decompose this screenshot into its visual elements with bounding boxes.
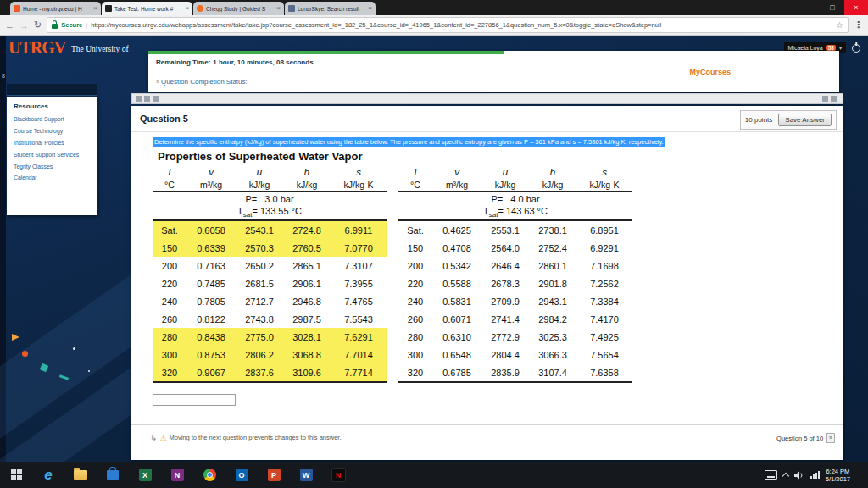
- table-cell: 320: [398, 363, 432, 382]
- table-cell: 2752.4: [529, 239, 576, 257]
- refresh-icon[interactable]: ↻: [34, 19, 42, 30]
- table-cell: 2772.9: [481, 328, 529, 346]
- window-close-button[interactable]: ×: [844, 0, 868, 15]
- table-cell: 7.4170: [576, 310, 632, 328]
- table-cell: 0.5831: [432, 292, 481, 310]
- notification-badge: 58: [826, 45, 836, 51]
- toolbar-button[interactable]: [153, 96, 159, 102]
- table-row: Sat.0.46252553.12738.16.8951: [398, 220, 632, 239]
- clock-date: 5/1/2017: [826, 475, 850, 483]
- tray-chevron-icon[interactable]: [782, 472, 789, 479]
- windows-logo-icon: [11, 469, 22, 480]
- toolbar-button[interactable]: [136, 96, 142, 102]
- table-cell: 2806.2: [236, 346, 283, 363]
- table-cell: 7.3384: [576, 292, 632, 310]
- next-question-button[interactable]: »: [826, 433, 835, 443]
- store-button[interactable]: [97, 462, 129, 488]
- table-cell: 7.2562: [576, 274, 632, 292]
- col-T: T: [398, 165, 432, 178]
- powerpoint-button[interactable]: P: [258, 462, 290, 488]
- edge-button[interactable]: e: [32, 462, 64, 488]
- file-explorer-button[interactable]: [64, 462, 97, 488]
- sidebar-item-student-support-services[interactable]: Student Support Services: [7, 148, 97, 160]
- table-cell: 3109.6: [283, 363, 331, 382]
- table-cell: 0.5588: [432, 274, 481, 292]
- bookmark-star-icon[interactable]: ☆: [836, 20, 843, 30]
- tab-close-icon[interactable]: ×: [276, 5, 281, 12]
- tsat-label: Tsat= 133.55 °C: [153, 205, 387, 220]
- tab-close-icon[interactable]: ×: [185, 5, 189, 12]
- back-icon[interactable]: ←: [5, 20, 14, 30]
- window-maximize-button[interactable]: □: [821, 0, 844, 15]
- browser-tab-lunarskye[interactable]: LunarSkye: Search result ×: [285, 2, 376, 15]
- system-tray: 6:24 PM 5/1/2017: [765, 462, 868, 488]
- start-button[interactable]: [0, 462, 32, 488]
- table-cell: 0.8753: [186, 346, 236, 363]
- table-cell: 0.9067: [186, 363, 236, 382]
- toolbar-button[interactable]: [144, 96, 150, 102]
- table-row: 3200.67852835.93107.47.6358: [398, 363, 632, 382]
- table-cell: 220: [153, 274, 186, 292]
- table-cell: 2860.1: [529, 257, 576, 274]
- browser-tab-take-test[interactable]: Take Test: Home work # ×: [102, 2, 192, 15]
- url-input[interactable]: Secure | https://mycourses.utrgv.edu/web…: [47, 17, 849, 33]
- netflix-button[interactable]: N: [322, 462, 354, 488]
- mycourses-link[interactable]: MyCourses: [689, 68, 731, 76]
- table-cell: 7.0770: [331, 239, 387, 257]
- sidebar-item-institutional-policies[interactable]: Institutional Policies: [7, 137, 97, 149]
- table-row: 2200.74852681.52906.17.3955: [153, 274, 387, 292]
- tab-close-icon[interactable]: ×: [93, 5, 97, 12]
- word-icon: W: [300, 469, 313, 481]
- touch-keyboard-icon[interactable]: [765, 470, 777, 480]
- table-cell: 0.7485: [186, 274, 236, 292]
- folder-icon: [74, 470, 87, 480]
- unit-header-row: °C m³/kg kJ/kg kJ/kg kJ/kg-K: [398, 178, 632, 192]
- browser-tab-home[interactable]: Home - my.utrgv.edu | H ×: [10, 2, 101, 15]
- col-T: T: [153, 165, 186, 178]
- taskbar-clock[interactable]: 6:24 PM 5/1/2017: [826, 468, 850, 483]
- table-cell: 7.1698: [576, 257, 632, 274]
- table-row: 3000.65482804.43066.37.5654: [398, 346, 632, 363]
- utrgv-logo[interactable]: UTRGV: [8, 38, 65, 58]
- col-v: v: [432, 165, 481, 178]
- window-minimize-button[interactable]: –: [797, 0, 821, 15]
- window-controls: – □ ×: [797, 0, 868, 15]
- unit-v: m³/kg: [432, 178, 481, 192]
- points-label: 10 points: [745, 116, 772, 124]
- sidebar-item-tegrity-classes[interactable]: Tegrity Classes: [7, 160, 97, 172]
- chrome-button[interactable]: [193, 462, 225, 488]
- unit-T: °C: [398, 178, 432, 192]
- onenote-button[interactable]: N: [161, 462, 193, 488]
- steam-table-title: Properties of Superheated Water Vapor: [158, 150, 632, 163]
- logout-power-icon[interactable]: [852, 44, 860, 53]
- table-cell: 7.7014: [331, 346, 387, 363]
- browser-tab-chegg[interactable]: Chegg Study | Guided S ×: [193, 2, 284, 15]
- toolbar-button[interactable]: [831, 96, 837, 102]
- word-button[interactable]: W: [290, 462, 322, 488]
- volume-icon[interactable]: [794, 468, 804, 483]
- lunarskye-favicon: [288, 5, 295, 12]
- content-toolbar-stub: [131, 93, 843, 104]
- course-menu-stub: [7, 84, 97, 96]
- show-desktop-button[interactable]: [860, 462, 863, 488]
- network-icon[interactable]: [810, 471, 820, 479]
- table-row: 3000.87532806.23068.87.7014: [153, 346, 387, 363]
- excel-button[interactable]: X: [129, 462, 161, 488]
- table-cell: 2775.0: [236, 328, 283, 346]
- sidebar-item-course-technology[interactable]: Course Technology: [7, 125, 97, 137]
- answer-input[interactable]: [153, 394, 236, 406]
- sidebar-item-calendar[interactable]: Calendar: [7, 172, 97, 184]
- secure-label: Secure: [61, 21, 82, 29]
- sidebar-item-blackboard-support[interactable]: Blackboard Support: [7, 114, 97, 125]
- tab-close-icon[interactable]: ×: [368, 5, 372, 12]
- forward-icon[interactable]: →: [19, 20, 29, 30]
- save-answer-button[interactable]: Save Answer: [778, 114, 832, 126]
- return-arrow-icon: ↳: [150, 433, 157, 442]
- table-cell: 320: [153, 363, 186, 382]
- completion-status-toggle[interactable]: »Question Completion Status:: [156, 78, 248, 86]
- outlook-button[interactable]: O: [225, 462, 258, 488]
- url-separator: |: [86, 21, 87, 29]
- tab-title: Chegg Study | Guided S: [206, 6, 274, 12]
- browser-menu-icon[interactable]: ⋮: [854, 19, 863, 30]
- toolbar-button[interactable]: [822, 96, 828, 102]
